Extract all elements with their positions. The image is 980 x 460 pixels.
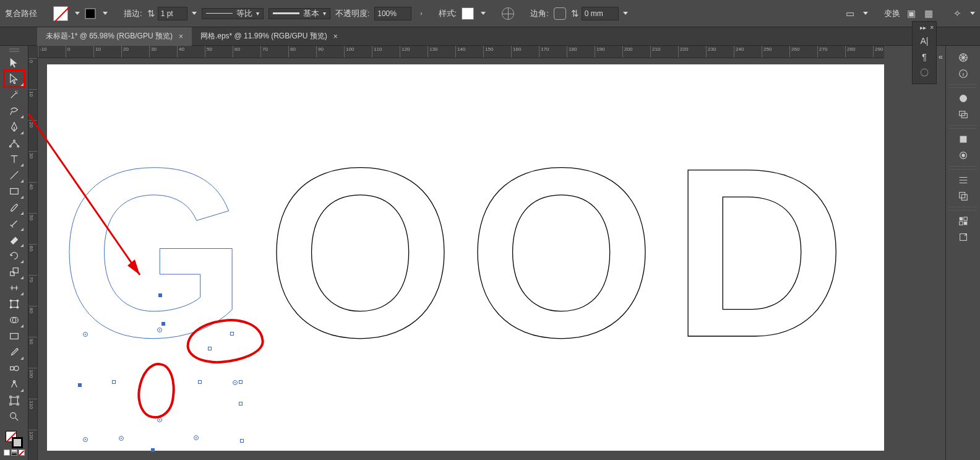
- fill-stroke-indicator[interactable]: [6, 431, 23, 448]
- artboard[interactable]: G O O D: [47, 64, 884, 451]
- opacity-input[interactable]: [374, 7, 411, 20]
- opacity-label: 不透明度:: [335, 8, 370, 19]
- edit-clip-icon[interactable]: ▦: [922, 7, 935, 20]
- stroke-weight-input[interactable]: [158, 7, 187, 20]
- stroke-weight-menu-icon[interactable]: [192, 12, 197, 15]
- style-dropdown-icon[interactable]: [481, 12, 486, 15]
- anchor-point[interactable]: [208, 347, 212, 350]
- document-tab-active[interactable]: 未标题-1* @ 65.98% (RGB/GPU 预览) ×: [37, 27, 192, 46]
- opacity-expand-icon[interactable]: ›: [420, 10, 422, 17]
- symbol-sprayer-tool[interactable]: [4, 376, 24, 393]
- path-letter-d[interactable]: D: [672, 114, 833, 392]
- gradient-tool[interactable]: [4, 328, 24, 344]
- panel-collapse-icon[interactable]: ▸▸: [920, 24, 926, 33]
- brush-profile-dropdown[interactable]: 基本▾: [269, 8, 330, 19]
- lasso-tool[interactable]: [4, 103, 24, 119]
- direct-selection-tool[interactable]: [4, 71, 24, 87]
- close-tab-icon[interactable]: ×: [179, 32, 183, 41]
- anchor-point[interactable]: [158, 293, 162, 297]
- magic-wand-tool[interactable]: [4, 87, 24, 103]
- anchor-point[interactable]: [239, 402, 243, 406]
- anchor-point[interactable]: [78, 383, 82, 387]
- anchor-point[interactable]: [198, 380, 202, 384]
- stroke-panel-icon[interactable]: [946, 131, 980, 147]
- anchor-point[interactable]: [112, 380, 116, 384]
- direction-handle[interactable]: [157, 328, 162, 332]
- direction-handle[interactable]: [83, 332, 88, 337]
- artboard-tool[interactable]: [4, 393, 24, 409]
- stroke-weight-stepper[interactable]: ⇅: [147, 7, 197, 20]
- separator: [950, 207, 976, 210]
- layers-icon[interactable]: [946, 106, 980, 123]
- anchor-point[interactable]: [161, 322, 165, 326]
- paragraph-panel-icon[interactable]: ¶: [913, 49, 936, 65]
- stroke-swatch[interactable]: [85, 8, 96, 19]
- align-menu-icon[interactable]: [863, 12, 868, 15]
- anchor-point[interactable]: [151, 448, 155, 452]
- opentype-panel-icon[interactable]: 〇: [913, 65, 936, 81]
- svg-rect-6: [11, 301, 17, 308]
- extra-menu-icon[interactable]: [970, 12, 975, 15]
- free-transform-tool[interactable]: [4, 296, 24, 312]
- swatches-icon[interactable]: [946, 213, 980, 229]
- isolate-icon[interactable]: ▣: [905, 7, 918, 20]
- type-tool[interactable]: [4, 151, 24, 167]
- path-letter-o[interactable]: O: [468, 114, 642, 392]
- width-tool[interactable]: [4, 280, 24, 296]
- anchor-point[interactable]: [240, 439, 244, 443]
- toolbox-grip-icon[interactable]: [9, 48, 19, 52]
- chevron-down-icon: ▾: [323, 10, 326, 17]
- export-icon[interactable]: [946, 229, 980, 245]
- align-to-selection-icon[interactable]: ▭: [844, 7, 856, 20]
- scale-tool[interactable]: [4, 264, 24, 280]
- gradient-panel-icon[interactable]: [946, 147, 980, 163]
- direction-handle[interactable]: [194, 435, 199, 440]
- curvature-tool[interactable]: [4, 135, 24, 151]
- direction-handle[interactable]: [233, 380, 238, 385]
- shape-builder-tool[interactable]: [4, 312, 24, 328]
- chevron-down-icon: ▾: [256, 10, 259, 17]
- selection-tool[interactable]: [4, 54, 24, 71]
- close-tab-icon[interactable]: ×: [333, 32, 338, 41]
- direction-handle[interactable]: [157, 417, 162, 422]
- eyedropper-tool[interactable]: [4, 344, 24, 360]
- rotate-tool[interactable]: [4, 248, 24, 264]
- shaper-tool[interactable]: [4, 215, 24, 232]
- paintbrush-tool[interactable]: [4, 199, 24, 215]
- fill-swatch-none[interactable]: [53, 6, 68, 21]
- info-icon[interactable]: [946, 66, 980, 82]
- direction-handle[interactable]: [119, 436, 124, 441]
- corner-radius-input[interactable]: [582, 7, 619, 20]
- collapse-right-panels-icon[interactable]: «: [939, 52, 943, 61]
- color-wheel-icon[interactable]: [946, 50, 980, 66]
- align-panel-icon[interactable]: [946, 172, 980, 188]
- document-tab[interactable]: 网格.eps* @ 11.99% (RGB/GPU 预览) ×: [192, 27, 346, 46]
- line-tool[interactable]: [4, 167, 24, 183]
- close-icon[interactable]: ×: [930, 24, 934, 33]
- fill-dropdown-icon[interactable]: [75, 12, 80, 15]
- direction-handle[interactable]: [83, 437, 88, 442]
- variable-width-dropdown[interactable]: 等比▾: [202, 8, 264, 19]
- zoom-tool[interactable]: [4, 409, 24, 425]
- color-mode-buttons[interactable]: [4, 449, 25, 456]
- appearance-icon[interactable]: [946, 90, 980, 106]
- pen-tool[interactable]: [4, 119, 24, 135]
- ruler-vertical: 0102030405060708090100110120: [28, 46, 38, 460]
- floating-type-panel[interactable]: ▸▸× A| ¶ 〇: [912, 21, 937, 84]
- eraser-tool[interactable]: [4, 232, 24, 248]
- anchor-point[interactable]: [239, 380, 243, 384]
- anchor-point[interactable]: [230, 332, 234, 336]
- style-swatch[interactable]: [462, 7, 474, 20]
- corner-radius-stepper[interactable]: ⇅: [571, 7, 628, 20]
- corner-menu-icon[interactable]: [623, 12, 628, 15]
- path-letter-o[interactable]: O: [267, 114, 441, 392]
- transform-label[interactable]: 变换: [884, 8, 900, 19]
- extra-icon[interactable]: ✧: [951, 7, 963, 20]
- blend-tool[interactable]: [4, 360, 24, 376]
- character-panel-icon[interactable]: A|: [913, 33, 936, 49]
- recolor-icon[interactable]: [502, 7, 514, 20]
- rectangle-tool[interactable]: [4, 183, 24, 199]
- corner-type-icon[interactable]: [554, 7, 566, 20]
- pathfinder-icon[interactable]: [946, 188, 980, 204]
- stroke-dropdown-icon[interactable]: [103, 12, 108, 15]
